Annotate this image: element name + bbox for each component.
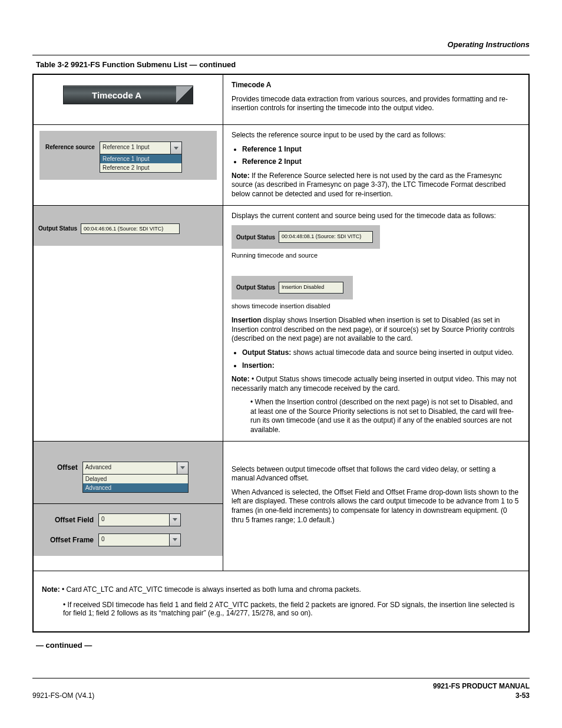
header-rule bbox=[32, 55, 530, 55]
offset-field-select[interactable]: 0 bbox=[98, 513, 181, 526]
offset-field-value: 0 bbox=[99, 514, 169, 526]
chevron-down-icon[interactable] bbox=[170, 142, 181, 154]
table-caption: Table 3-2 9921-FS Function Submenu List … bbox=[36, 60, 530, 69]
row3-bullet-a: Output Status: shows actual timecode dat… bbox=[242, 348, 520, 358]
row3-bullet-b: Insertion: bbox=[242, 361, 520, 371]
row5-note1: Card ATC_LTC and ATC_VITC timecode is al… bbox=[67, 585, 361, 594]
timecode-banner: Timecode A bbox=[63, 85, 193, 104]
row4-p1: Selects between output timecode offset t… bbox=[232, 465, 520, 483]
footer-right: 3-53 bbox=[515, 691, 530, 700]
offset-selected: Advanced bbox=[83, 462, 177, 474]
row3-note-a: Output Status shows timecode actually be… bbox=[232, 375, 517, 393]
output-status-value: 00:04:46:06.1 (Source: SDI VITC) bbox=[81, 223, 180, 234]
offset-frame-label: Offset Frame bbox=[49, 536, 94, 544]
row2-note-body: If the Reference Source selected here is… bbox=[232, 172, 505, 198]
reference-source-option[interactable]: Reference 2 Input bbox=[100, 163, 181, 172]
row2-intro: Selects the reference source input to be… bbox=[232, 131, 520, 140]
row2-li1: Reference 1 Input bbox=[242, 145, 520, 154]
timecode-banner-title: Timecode A bbox=[92, 90, 141, 100]
chevron-down-icon[interactable] bbox=[169, 534, 180, 546]
status2-value: Insertion Disabled bbox=[279, 282, 343, 294]
row1-heading: Timecode A bbox=[232, 81, 271, 89]
offset-label: Offset bbox=[57, 462, 78, 472]
row2-note-label: Note: bbox=[232, 172, 250, 180]
status1-caption: Running timecode and source bbox=[232, 251, 520, 259]
continued-label: — continued — bbox=[36, 641, 530, 650]
chevron-down-icon[interactable] bbox=[169, 514, 180, 526]
reference-source-select[interactable]: Reference 1 Input bbox=[100, 141, 182, 154]
offset-frame-value: 0 bbox=[99, 534, 169, 546]
row3-intro: Displays the current content and source … bbox=[232, 212, 520, 221]
chevron-down-icon[interactable] bbox=[177, 462, 188, 474]
banner-accent bbox=[176, 86, 193, 104]
footer-doc: 9921-FS PRODUCT MANUAL bbox=[433, 682, 530, 690]
row1-body: Provides timecode data extraction from v… bbox=[232, 95, 520, 113]
status1-value: 00:04:48:08.1 (Source: SDI VITC) bbox=[279, 231, 373, 243]
row3-note-b: When the Insertion control (described on… bbox=[250, 398, 514, 434]
offset-select[interactable]: Advanced bbox=[82, 462, 189, 475]
status-example-2: Output Status Insertion Disabled bbox=[232, 276, 353, 299]
offset-panel: Offset Advanced Delayed Advanced bbox=[34, 442, 223, 503]
offset-option[interactable]: Delayed bbox=[83, 475, 188, 483]
status2-caption: shows timecode insertion disabled bbox=[232, 302, 520, 310]
row4-p2: When Advanced is selected, the Offset Fi… bbox=[232, 488, 520, 525]
reference-source-option[interactable]: Reference 1 Input bbox=[100, 154, 181, 163]
reference-source-label: Reference source bbox=[45, 141, 95, 150]
reference-source-selected: Reference 1 Input bbox=[100, 142, 170, 154]
reference-source-panel: Reference source Reference 1 Input Refer… bbox=[39, 131, 217, 180]
page-footer: 9921-FS PRODUCT MANUAL 9921-FS-OM (V4.1)… bbox=[32, 678, 530, 700]
footer-rule bbox=[32, 678, 530, 678]
offset-options[interactable]: Delayed Advanced bbox=[82, 475, 189, 493]
row3-insertion-body: display shows Insertion Disabled when in… bbox=[232, 316, 514, 342]
offset-field-label: Offset Field bbox=[49, 516, 94, 524]
row3-note-label: Note: bbox=[232, 375, 250, 383]
offset-field-frame-panel: Offset Field 0 Offset Frame bbox=[34, 504, 223, 556]
reference-source-options[interactable]: Reference 1 Input Reference 2 Input bbox=[100, 154, 182, 173]
row5-note-label: Note: bbox=[42, 585, 60, 594]
row5-note2: If received SDI timecode has field 1 and… bbox=[63, 601, 514, 617]
offset-option[interactable]: Advanced bbox=[83, 483, 188, 492]
running-head: Operating Instructions bbox=[32, 40, 530, 49]
row2-li2: Reference 2 Input bbox=[242, 157, 520, 167]
status-example-1: Output Status 00:04:48:08.1 (Source: SDI… bbox=[232, 225, 380, 249]
status2-label: Output Status bbox=[236, 284, 275, 291]
status1-label: Output Status bbox=[236, 233, 275, 241]
footer-left: 9921-FS-OM (V4.1) bbox=[32, 691, 94, 700]
function-table: Timecode A Timecode A Provides timecode … bbox=[32, 74, 530, 633]
row3-insertion-heading: Insertion bbox=[232, 316, 262, 324]
offset-frame-select[interactable]: 0 bbox=[98, 533, 181, 546]
output-status-panel: Output Status 00:04:46:06.1 (Source: SDI… bbox=[34, 206, 223, 246]
output-status-label: Output Status bbox=[38, 225, 77, 232]
